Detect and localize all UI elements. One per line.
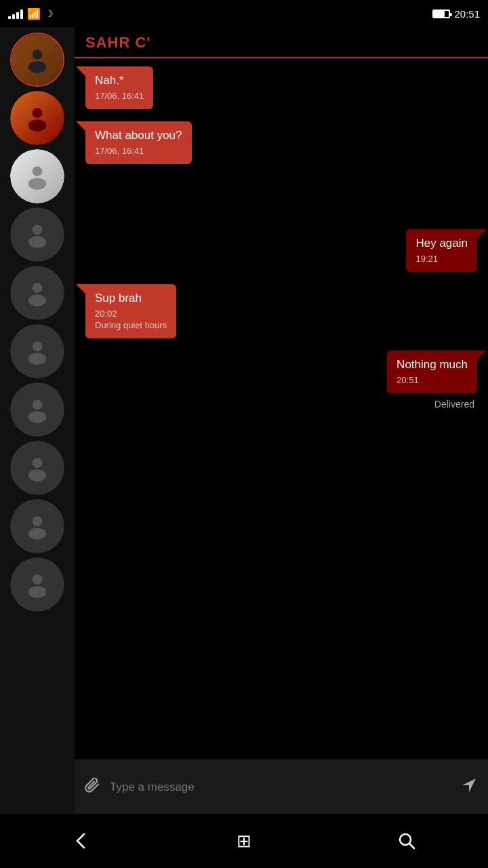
message-2-text: What about you? bbox=[95, 128, 182, 143]
avatar-9 bbox=[10, 499, 64, 553]
svg-point-8 bbox=[33, 283, 43, 293]
moon-icon: ☽ bbox=[45, 8, 54, 19]
svg-point-19 bbox=[28, 586, 46, 598]
message-5-time: 20:51 bbox=[396, 375, 468, 387]
svg-point-0 bbox=[33, 50, 43, 60]
svg-point-5 bbox=[28, 178, 46, 190]
chat-header: SAHR C' bbox=[75, 27, 488, 58]
svg-point-1 bbox=[28, 61, 46, 73]
battery-icon bbox=[432, 9, 450, 18]
sidebar-contact-10[interactable] bbox=[10, 557, 64, 612]
message-3-bubble: Hey again 19:21 bbox=[406, 229, 477, 272]
svg-point-9 bbox=[28, 294, 46, 307]
sidebar-contact-9[interactable] bbox=[10, 499, 64, 553]
avatar-10 bbox=[10, 557, 64, 612]
sidebar-contact-6[interactable] bbox=[10, 324, 64, 378]
message-2-wrap: What about you? 17/06, 16:41 bbox=[85, 121, 477, 164]
avatar-6 bbox=[10, 324, 64, 378]
message-4-sub: During quiet hours bbox=[95, 320, 167, 332]
status-right: 20:51 bbox=[432, 8, 480, 20]
message-4-time: 20:02 bbox=[95, 309, 167, 320]
svg-point-13 bbox=[28, 411, 46, 423]
message-5-bubble: Nothing much 20:51 bbox=[387, 351, 477, 393]
avatar-3 bbox=[10, 149, 64, 203]
svg-point-3 bbox=[28, 119, 46, 132]
svg-point-4 bbox=[33, 166, 43, 176]
svg-point-7 bbox=[28, 236, 46, 248]
sidebar-contact-4[interactable] bbox=[10, 208, 64, 262]
sidebar-contact-5[interactable] bbox=[10, 266, 64, 320]
avatar-8 bbox=[10, 441, 64, 495]
message-5-wrap: Nothing much 20:51 bbox=[85, 351, 477, 393]
avatar-1 bbox=[12, 34, 63, 85]
svg-point-2 bbox=[33, 108, 43, 118]
avatar-5 bbox=[10, 266, 64, 320]
spacer-1 bbox=[85, 176, 477, 217]
message-3-time: 19:21 bbox=[415, 254, 468, 265]
svg-line-21 bbox=[409, 844, 414, 848]
message-4-text: Sup brah bbox=[95, 291, 167, 306]
sidebar-contact-3[interactable] bbox=[10, 149, 64, 203]
sidebar-contact-1[interactable] bbox=[10, 33, 64, 87]
contact-name: SAHR C' bbox=[85, 34, 151, 51]
message-4-bubble: Sup brah 20:02 During quiet hours bbox=[85, 284, 176, 338]
attach-button[interactable] bbox=[84, 776, 102, 798]
message-1-time: 17/06, 16:41 bbox=[95, 91, 144, 102]
status-left: 📶 ☽ bbox=[8, 7, 54, 20]
message-input-area bbox=[75, 760, 488, 814]
delivered-label: Delivered bbox=[85, 399, 477, 410]
svg-point-18 bbox=[33, 574, 43, 585]
chat-area: SAHR C' Nah.* 17/06, 16:41 What about yo… bbox=[75, 27, 488, 760]
avatar-7 bbox=[10, 382, 64, 437]
signal-icon bbox=[8, 8, 23, 19]
message-1-wrap: Nah.* 17/06, 16:41 bbox=[85, 66, 477, 109]
status-time: 20:51 bbox=[454, 8, 480, 20]
message-1-bubble: Nah.* 17/06, 16:41 bbox=[85, 66, 153, 109]
wifi-icon: 📶 bbox=[27, 7, 41, 20]
message-1-text: Nah.* bbox=[95, 73, 144, 88]
message-5-text: Nothing much bbox=[396, 357, 468, 372]
svg-point-10 bbox=[33, 341, 43, 351]
messages-list: Nah.* 17/06, 16:41 What about you? 17/06… bbox=[75, 58, 488, 760]
sidebar-contact-2[interactable] bbox=[10, 91, 64, 145]
svg-point-15 bbox=[28, 469, 46, 481]
svg-point-6 bbox=[33, 224, 43, 235]
sidebar-contact-8[interactable] bbox=[10, 441, 64, 495]
avatar-4 bbox=[10, 208, 64, 262]
avatar-2 bbox=[10, 91, 64, 145]
svg-point-17 bbox=[28, 528, 46, 540]
svg-point-14 bbox=[33, 458, 43, 468]
svg-point-12 bbox=[33, 399, 43, 410]
search-button[interactable] bbox=[386, 821, 427, 861]
svg-point-11 bbox=[28, 353, 46, 365]
nav-bar: ⊞ bbox=[0, 814, 488, 868]
windows-button[interactable]: ⊞ bbox=[224, 821, 264, 861]
message-3-text: Hey again bbox=[415, 236, 468, 251]
back-button[interactable] bbox=[61, 821, 102, 861]
sidebar-contact-7[interactable] bbox=[10, 382, 64, 437]
contacts-sidebar bbox=[0, 27, 75, 814]
message-text-input[interactable] bbox=[110, 781, 451, 794]
send-button[interactable] bbox=[460, 776, 479, 799]
message-2-bubble: What about you? 17/06, 16:41 bbox=[85, 121, 192, 164]
message-3-wrap: Hey again 19:21 bbox=[85, 229, 477, 272]
svg-point-16 bbox=[33, 516, 43, 526]
message-4-wrap: Sup brah 20:02 During quiet hours bbox=[85, 284, 477, 338]
status-bar: 📶 ☽ 20:51 bbox=[0, 0, 488, 27]
message-2-time: 17/06, 16:41 bbox=[95, 146, 182, 157]
